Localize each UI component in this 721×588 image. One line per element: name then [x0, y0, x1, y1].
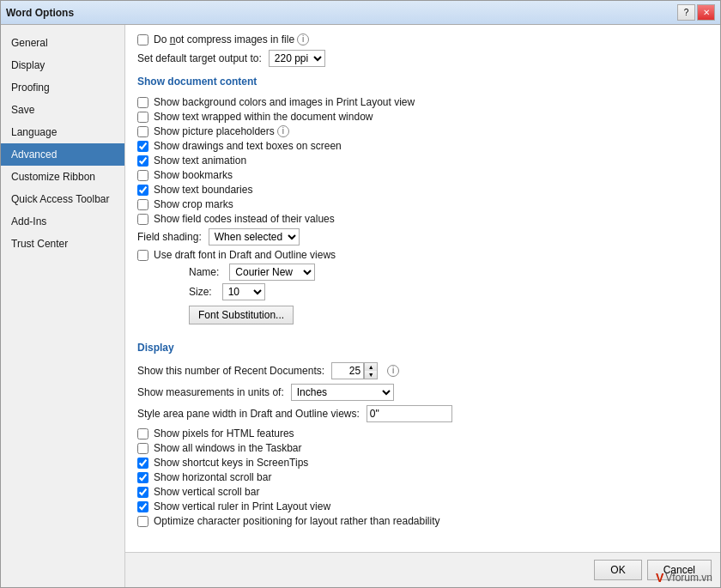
text-boundaries-row: Show text boundaries: [137, 184, 708, 196]
target-output-row: Set default target output to: 220 ppi 15…: [137, 50, 708, 67]
measurements-select[interactable]: Inches Centimeters Millimeters Points Pi…: [291, 384, 394, 401]
title-bar: Word Options ? ✕: [1, 1, 720, 25]
field-codes-row: Show field codes instead of their values: [137, 213, 708, 225]
draft-font-label: Use draft font in Draft and Outline view…: [154, 249, 336, 261]
compress-images-row: Do not compress images in file i: [137, 33, 708, 45]
window-title: Word Options: [6, 7, 74, 19]
recent-docs-row: Show this number of Recent Documents: ▲ …: [137, 362, 708, 379]
drawings-label: Show drawings and text boxes on screen: [154, 140, 342, 152]
pixels-html-checkbox[interactable]: [137, 428, 148, 439]
recent-docs-spinner-buttons: ▲ ▼: [364, 362, 378, 379]
show-doc-section: Show document content Show background co…: [137, 76, 708, 331]
bg-colors-row: Show background colors and images in Pri…: [137, 96, 708, 108]
vert-scroll-row: Show vertical scroll bar: [137, 486, 708, 498]
optimize-chars-row: Optimize character positioning for layou…: [137, 515, 708, 527]
shortcut-keys-label: Show shortcut keys in ScreenTips: [154, 457, 308, 469]
sidebar-item-trust-center[interactable]: Trust Center: [1, 233, 124, 255]
display-header: Display: [137, 342, 708, 355]
drawings-row: Show drawings and text boxes on screen: [137, 140, 708, 152]
text-boundaries-checkbox[interactable]: [137, 185, 148, 196]
recent-docs-label: Show this number of Recent Documents:: [137, 365, 324, 377]
main-panel: Do not compress images in file i Set def…: [125, 25, 720, 587]
display-section: Display Show this number of Recent Docum…: [137, 342, 708, 527]
watermark: V Vforum.vn: [656, 571, 712, 585]
measurements-row: Show measurements in units of: Inches Ce…: [137, 384, 708, 401]
text-wrapped-label: Show text wrapped within the document wi…: [154, 111, 373, 123]
vert-ruler-row: Show vertical ruler in Print Layout view: [137, 500, 708, 512]
sidebar-item-language[interactable]: Language: [1, 121, 124, 143]
compress-images-checkbox[interactable]: [137, 34, 148, 45]
field-shading-label: Field shading:: [137, 231, 202, 243]
font-size-label: Size:: [189, 286, 212, 298]
field-shading-select[interactable]: When selected Always Never: [209, 228, 300, 246]
font-name-select[interactable]: Courier New: [229, 264, 315, 281]
picture-placeholders-checkbox[interactable]: [137, 126, 148, 137]
text-animation-label: Show text animation: [154, 155, 246, 167]
sidebar-item-add-ins[interactable]: Add-Ins: [1, 210, 124, 233]
horiz-scroll-label: Show horizontal scroll bar: [154, 471, 271, 483]
text-wrapped-row: Show text wrapped within the document wi…: [137, 111, 708, 123]
picture-placeholders-info-icon: i: [277, 125, 289, 137]
text-wrapped-checkbox[interactable]: [137, 112, 148, 123]
recent-docs-spin-down[interactable]: ▼: [365, 371, 377, 379]
crop-marks-row: Show crop marks: [137, 198, 708, 210]
pixels-html-label: Show pixels for HTML features: [154, 427, 294, 439]
bg-colors-checkbox[interactable]: [137, 97, 148, 108]
measurements-label: Show measurements in units of:: [137, 386, 284, 398]
bookmarks-checkbox[interactable]: [137, 170, 148, 181]
font-size-row: Size: 10 8 9 11 12: [137, 283, 708, 300]
text-animation-row: Show text animation: [137, 155, 708, 167]
recent-docs-input[interactable]: [331, 362, 364, 379]
dialog-content: General Display Proofing Save Language A…: [1, 25, 720, 587]
crop-marks-checkbox[interactable]: [137, 199, 148, 210]
style-area-row: Style area pane width in Draft and Outli…: [137, 405, 708, 422]
font-name-row: Name: Courier New: [137, 264, 708, 281]
all-windows-row: Show all windows in the Taskbar: [137, 442, 708, 454]
ok-button[interactable]: OK: [594, 560, 641, 580]
options-scroll-area[interactable]: Do not compress images in file i Set def…: [125, 25, 720, 552]
sidebar-item-save[interactable]: Save: [1, 99, 124, 121]
bookmarks-label: Show bookmarks: [154, 169, 233, 181]
sidebar-item-quick-access[interactable]: Quick Access Toolbar: [1, 188, 124, 210]
horiz-scroll-checkbox[interactable]: [137, 472, 148, 483]
draft-font-checkbox[interactable]: [137, 250, 148, 261]
sidebar: General Display Proofing Save Language A…: [1, 25, 125, 587]
font-substitution-button[interactable]: Font Substitution...: [189, 306, 294, 324]
sidebar-item-advanced[interactable]: Advanced: [1, 143, 124, 166]
text-animation-checkbox[interactable]: [137, 155, 148, 167]
sidebar-item-customize-ribbon[interactable]: Customize Ribbon: [1, 166, 124, 188]
sidebar-item-proofing[interactable]: Proofing: [1, 76, 124, 99]
font-size-select[interactable]: 10 8 9 11 12: [222, 283, 265, 300]
drawings-checkbox[interactable]: [137, 141, 148, 152]
text-boundaries-label: Show text boundaries: [154, 184, 252, 196]
show-doc-header: Show document content: [137, 76, 708, 89]
target-output-select[interactable]: 220 ppi 150 ppi 96 ppi: [269, 50, 325, 67]
target-output-label: Set default target output to:: [137, 52, 262, 64]
vert-scroll-label: Show vertical scroll bar: [154, 486, 259, 498]
bg-colors-label: Show background colors and images in Pri…: [154, 96, 415, 108]
all-windows-checkbox[interactable]: [137, 443, 148, 454]
word-options-dialog: Word Options ? ✕ General Display Proofin…: [0, 0, 721, 588]
shortcut-keys-row: Show shortcut keys in ScreenTips: [137, 457, 708, 469]
close-button[interactable]: ✕: [697, 4, 715, 21]
sidebar-item-general[interactable]: General: [1, 32, 124, 54]
pixels-html-row: Show pixels for HTML features: [137, 427, 708, 439]
optimize-chars-checkbox[interactable]: [137, 516, 148, 527]
vert-scroll-checkbox[interactable]: [137, 487, 148, 498]
help-button[interactable]: ?: [677, 4, 695, 21]
style-area-label: Style area pane width in Draft and Outli…: [137, 408, 360, 420]
vert-ruler-checkbox[interactable]: [137, 501, 148, 512]
recent-docs-spin-up[interactable]: ▲: [365, 363, 377, 371]
compress-info-icon: i: [297, 33, 309, 45]
vert-ruler-label: Show vertical ruler in Print Layout view: [154, 500, 330, 512]
all-windows-label: Show all windows in the Taskbar: [154, 442, 302, 454]
field-codes-checkbox[interactable]: [137, 214, 148, 225]
style-area-input[interactable]: [367, 405, 452, 422]
recent-docs-info-icon: i: [387, 365, 399, 377]
title-bar-buttons: ? ✕: [677, 4, 715, 21]
sidebar-item-display[interactable]: Display: [1, 54, 124, 76]
font-name-label: Name:: [189, 266, 219, 278]
optimize-chars-label: Optimize character positioning for layou…: [154, 515, 440, 527]
shortcut-keys-checkbox[interactable]: [137, 458, 148, 469]
field-shading-row: Field shading: When selected Always Neve…: [137, 228, 708, 246]
